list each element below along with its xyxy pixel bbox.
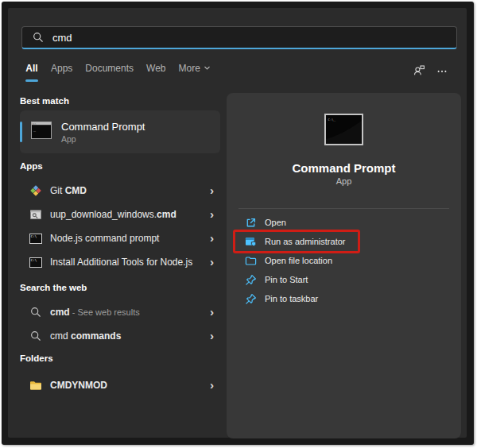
list-item-folder-cmdynmod[interactable]: CMDYNMOD ›: [20, 373, 220, 397]
search-icon: [29, 330, 42, 342]
open-external-icon: [245, 217, 257, 229]
tab-all[interactable]: All: [25, 63, 38, 82]
selection-accent-bar: [20, 122, 22, 142]
action-run-as-administrator[interactable]: Run as administrator: [227, 232, 461, 251]
search-window-frame: All Apps Documents Web More: [2, 2, 474, 445]
tab-web-label: Web: [146, 63, 165, 74]
search-web-heading: Search the web: [20, 283, 87, 292]
action-label: Run as administrator: [265, 237, 346, 246]
action-label: Pin to taskbar: [265, 294, 318, 303]
web-results-list: cmd - See web results › cmd commands ›: [20, 300, 220, 348]
batch-file-icon: [29, 208, 42, 221]
chevron-right-icon[interactable]: ›: [210, 208, 214, 220]
best-match-heading: Best match: [20, 96, 69, 106]
list-item-web-cmd[interactable]: cmd - See web results ›: [20, 300, 220, 324]
item-text: Node.js command prompt: [50, 233, 159, 244]
folder-icon: [29, 379, 42, 392]
svg-text:C:\: C:\: [33, 123, 37, 126]
search-flyout: All Apps Documents Web More: [8, 8, 467, 438]
search-icon: [29, 306, 42, 319]
tab-documents[interactable]: Documents: [85, 63, 134, 82]
chevron-right-icon[interactable]: ›: [210, 379, 214, 391]
tab-all-label: All: [25, 63, 37, 74]
search-header-options: [413, 64, 448, 80]
list-item-git-cmd[interactable]: Git CMD ›: [20, 179, 220, 203]
item-text-match: cmd: [157, 209, 176, 220]
tab-more[interactable]: More: [179, 63, 211, 82]
action-open-file-location[interactable]: Open file location: [227, 251, 461, 270]
tab-apps-label: Apps: [51, 63, 72, 74]
tab-documents-label: Documents: [85, 63, 134, 74]
filter-tabs: All Apps Documents Web More: [25, 63, 211, 82]
chevron-right-icon[interactable]: ›: [210, 306, 214, 318]
search-box[interactable]: [21, 26, 457, 49]
apps-heading: Apps: [20, 161, 43, 171]
item-text: cmd: [50, 330, 71, 342]
account-icon[interactable]: [413, 64, 425, 80]
action-pin-to-taskbar[interactable]: Pin to taskbar: [227, 289, 461, 308]
command-prompt-icon: C:\_: [31, 122, 52, 142]
best-match-item[interactable]: C:\_ Command Prompt App: [20, 110, 220, 153]
action-label: Pin to Start: [265, 275, 308, 284]
preview-app-subtitle: App: [227, 176, 461, 186]
item-text: Install Additional Tools for Node.js: [50, 257, 192, 268]
chevron-right-icon[interactable]: ›: [210, 232, 214, 244]
item-text-suffix: - See web results: [70, 307, 140, 317]
best-match-title: Command Prompt: [61, 121, 145, 133]
open-file-location-icon: [245, 255, 257, 267]
svg-text:C:\: C:\: [31, 234, 37, 238]
item-text-match: commands: [71, 330, 121, 342]
search-input[interactable]: [52, 32, 447, 44]
search-icon: [32, 31, 45, 44]
divider: [238, 208, 449, 209]
svg-text:C:\_: C:\_: [328, 118, 336, 122]
item-text-match: CMD: [65, 185, 87, 196]
pin-icon: [245, 274, 257, 286]
git-icon: [29, 184, 42, 197]
folders-heading: Folders: [20, 353, 53, 363]
tab-more-label: More: [179, 63, 200, 74]
tab-apps[interactable]: Apps: [51, 63, 72, 82]
best-match-subtitle: App: [61, 134, 145, 144]
action-open[interactable]: Open: [227, 213, 461, 232]
action-label: Open: [265, 218, 286, 227]
list-item-install-node-tools[interactable]: C:\ Install Additional Tools for Node.js…: [20, 250, 220, 274]
chevron-down-icon: [204, 63, 211, 74]
list-item-web-cmd-commands[interactable]: cmd commands ›: [20, 324, 220, 348]
more-options-icon[interactable]: [436, 65, 448, 79]
preview-panel: C:\_ Command Prompt App Open Run as admi…: [227, 93, 461, 438]
run-as-admin-icon: [245, 236, 257, 248]
cmd-window-icon: C:\: [29, 232, 42, 245]
cmd-window-icon: C:\: [29, 256, 42, 268]
item-text-match: CMDYNMOD: [50, 380, 107, 391]
command-prompt-icon-large: C:\_: [324, 114, 363, 149]
action-pin-to-start[interactable]: Pin to Start: [227, 270, 461, 289]
pin-icon: [245, 293, 257, 305]
apps-list: Git CMD › uup_download_windows.cmd › C:\…: [20, 179, 220, 274]
active-tab-indicator: [25, 79, 38, 82]
item-text-match: cmd: [50, 307, 70, 318]
list-item-nodejs-command-prompt[interactable]: C:\ Node.js command prompt ›: [20, 226, 220, 250]
action-label: Open file location: [265, 256, 332, 265]
chevron-right-icon[interactable]: ›: [210, 184, 214, 196]
list-item-uup-download[interactable]: uup_download_windows.cmd ›: [20, 203, 220, 226]
chevron-right-icon[interactable]: ›: [210, 256, 214, 268]
tab-web[interactable]: Web: [146, 63, 165, 82]
item-text: Git: [50, 185, 65, 196]
preview-app-title: Command Prompt: [227, 161, 461, 175]
chevron-right-icon[interactable]: ›: [210, 330, 214, 342]
folders-list: CMDYNMOD ›: [20, 373, 220, 397]
item-text: uup_download_windows.: [50, 209, 157, 220]
svg-text:C:\: C:\: [31, 258, 37, 262]
